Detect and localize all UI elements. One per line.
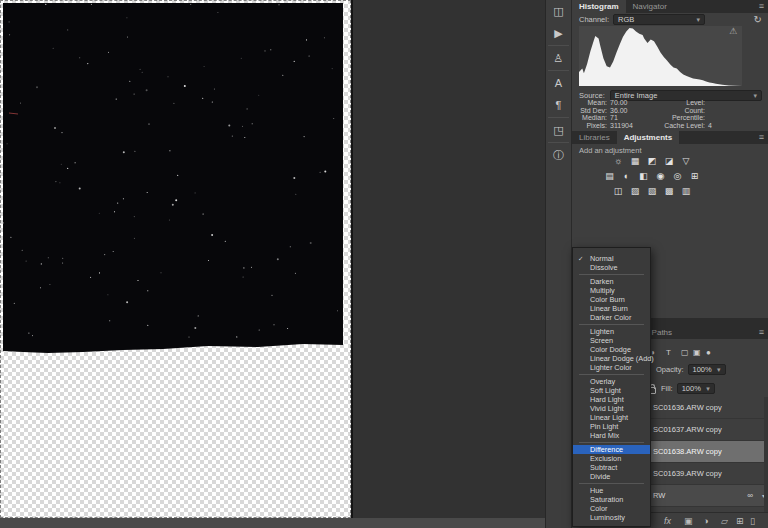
layer-mask-icon[interactable]: ▣ (684, 515, 693, 527)
stat-value (708, 114, 765, 122)
menu-item-hue[interactable]: Hue (573, 486, 650, 495)
group-layers-icon[interactable]: ▱ (721, 515, 728, 527)
menu-divider (579, 442, 644, 443)
filter-pin-icon[interactable]: ● (706, 348, 711, 357)
delete-layer-icon[interactable]: ▯ (750, 515, 755, 527)
fill-row: Fill: 100% ▾ (661, 383, 715, 394)
starry-sky-layer[interactable] (3, 3, 343, 355)
posterize-icon[interactable]: ▨ (629, 185, 641, 197)
menu-item-saturation[interactable]: Saturation (573, 495, 650, 504)
menu-item-exclusion[interactable]: Exclusion (573, 454, 650, 463)
menu-item-linear-light[interactable]: Linear Light (573, 413, 650, 422)
stat-label: Count: (657, 107, 705, 115)
black-white-icon[interactable]: ◧ (638, 170, 650, 182)
color-lookup-icon[interactable]: ⊞ (689, 170, 701, 182)
channel-select[interactable]: RGB ▾ (613, 14, 705, 25)
channel-mixer-icon[interactable]: ◎ (672, 170, 684, 182)
menu-divider (579, 374, 644, 375)
tab-libraries[interactable]: Libraries (572, 131, 617, 144)
gradient-map-icon[interactable]: ▥ (680, 185, 692, 197)
divider (548, 45, 569, 46)
paragraph-panel-icon[interactable]: ¶ (546, 94, 571, 116)
channel-row: Channel: RGB ▾ ↻ (579, 14, 762, 25)
menu-item-color-burn[interactable]: Color Burn (573, 295, 650, 304)
menu-item-lighten[interactable]: Lighten (573, 327, 650, 336)
menu-item-screen[interactable]: Screen (573, 336, 650, 345)
exposure-icon[interactable]: ◪ (663, 155, 675, 167)
threshold-icon[interactable]: ▧ (646, 185, 658, 197)
stat-label: Median: (577, 114, 607, 122)
menu-item-subtract[interactable]: Subtract (573, 463, 650, 472)
tab-paths[interactable]: Paths (648, 326, 676, 339)
refresh-icon[interactable]: ↻ (754, 14, 762, 25)
hue-saturation-icon[interactable]: ▤ (604, 170, 616, 182)
stat-value: 70.00 (610, 99, 654, 107)
selective-color-icon[interactable]: ▩ (663, 185, 675, 197)
status-bar (0, 518, 545, 528)
filter-shape-icon[interactable]: ▢ (681, 348, 689, 357)
blend-mode-menu: ✓NormalDissolveDarkenMultiplyColor BurnL… (572, 247, 651, 527)
menu-item-color-dodge[interactable]: Color Dodge (573, 345, 650, 354)
menu-item-hard-light[interactable]: Hard Light (573, 395, 650, 404)
panel-menu-icon[interactable]: ≡ (759, 131, 768, 144)
filter-type-icon[interactable]: T (666, 348, 671, 357)
warning-icon[interactable]: ⚠ (729, 26, 737, 37)
character-panel-icon[interactable]: A (546, 72, 571, 94)
opacity-select[interactable]: 100% ▾ (688, 364, 726, 375)
menu-item-color[interactable]: Color (573, 504, 650, 513)
menu-divider (579, 274, 644, 275)
menu-item-linear-burn[interactable]: Linear Burn (573, 304, 650, 313)
stat-value (708, 107, 765, 115)
tab-histogram[interactable]: Histogram (572, 0, 626, 13)
divider (548, 142, 569, 143)
link-badge-icon[interactable]: ∞ (747, 491, 753, 500)
clone-source-icon[interactable]: ♙ (546, 47, 571, 69)
panel-menu-icon[interactable]: ≡ (759, 0, 768, 13)
document-canvas[interactable] (0, 0, 353, 518)
menu-item-difference[interactable]: Difference (573, 445, 650, 454)
info-panel-icon[interactable]: ⓘ (546, 144, 571, 166)
panel-menu-icon[interactable]: ≡ (759, 326, 768, 339)
curves-icon[interactable]: ◩ (646, 155, 658, 167)
fill-select[interactable]: 100% ▾ (677, 383, 715, 394)
histogram-graph (579, 26, 742, 86)
3d-panel-icon[interactable]: ◳ (546, 119, 571, 141)
actions-panel-icon[interactable]: ▶ (546, 22, 571, 44)
menu-item-hard-mix[interactable]: Hard Mix (573, 431, 650, 440)
menu-item-normal[interactable]: ✓Normal (573, 254, 650, 263)
stat-label: Std Dev: (577, 107, 607, 115)
photo-filter-icon[interactable]: ◉ (655, 170, 667, 182)
menu-item-dissolve[interactable]: Dissolve (573, 263, 650, 272)
menu-item-overlay[interactable]: Overlay (573, 377, 650, 386)
filter-smart-object-icon[interactable]: ▣ (693, 348, 701, 357)
adjustment-layer-icon[interactable]: ◑ (703, 515, 708, 527)
menu-item-divide[interactable]: Divide (573, 472, 650, 481)
tool-presets-icon[interactable]: ◫ (546, 0, 571, 22)
tab-adjustments[interactable]: Adjustments (617, 131, 679, 144)
menu-item-soft-light[interactable]: Soft Light (573, 386, 650, 395)
adjustment-icon-row: ◫▨▧▩▥ (572, 183, 732, 198)
vibrance-icon[interactable]: ▽ (680, 155, 692, 167)
menu-item-darken[interactable]: Darken (573, 277, 650, 286)
channel-label: Channel: (579, 15, 609, 24)
invert-icon[interactable]: ◫ (612, 185, 624, 197)
menu-item-linear-dodge-add[interactable]: Linear Dodge (Add) (573, 354, 650, 363)
menu-item-pin-light[interactable]: Pin Light (573, 422, 650, 431)
menu-item-lighter-color[interactable]: Lighter Color (573, 363, 650, 372)
brightness-contrast-icon[interactable]: ☼ (612, 155, 624, 167)
chevron-down-icon: ▾ (717, 366, 721, 374)
color-balance-icon[interactable]: ◐ (621, 170, 633, 182)
layer-effects-icon[interactable]: fx (664, 515, 671, 527)
tab-navigator[interactable]: Navigator (626, 0, 674, 13)
menu-item-vivid-light[interactable]: Vivid Light (573, 404, 650, 413)
menu-item-multiply[interactable]: Multiply (573, 286, 650, 295)
levels-icon[interactable]: ▦ (629, 155, 641, 167)
checkmark-icon: ✓ (578, 254, 583, 263)
menu-item-darker-color[interactable]: Darker Color (573, 313, 650, 322)
stat-label: Level: (657, 99, 705, 107)
new-layer-icon[interactable]: ⊞ (736, 515, 744, 527)
menu-divider (579, 483, 644, 484)
layers-scrollbar[interactable] (764, 397, 768, 512)
menu-item-luminosity[interactable]: Luminosity (573, 513, 650, 522)
layer-name: SC01636.ARW copy (653, 403, 722, 412)
